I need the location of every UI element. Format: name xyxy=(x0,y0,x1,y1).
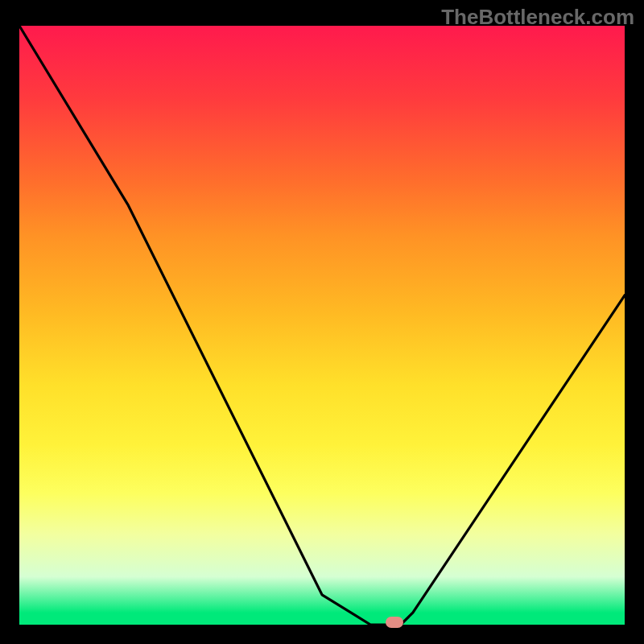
optimum-marker xyxy=(386,617,403,628)
chart-frame: TheBottleneck.com xyxy=(0,0,644,644)
plot-svg xyxy=(19,26,625,625)
bottleneck-curve xyxy=(19,26,625,625)
watermark-text: TheBottleneck.com xyxy=(441,5,634,30)
